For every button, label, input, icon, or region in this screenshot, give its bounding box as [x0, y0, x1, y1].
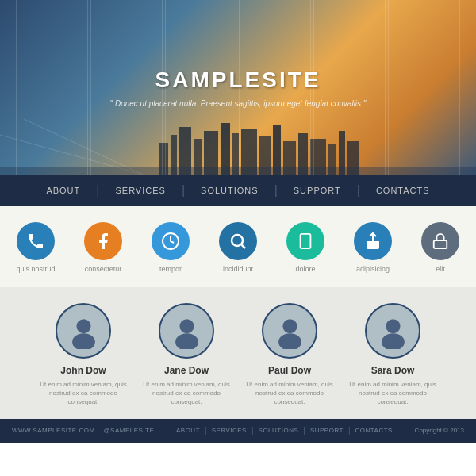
member-name-1: Jane Dow: [164, 365, 209, 376]
svg-line-21: [242, 245, 245, 248]
service-icon-mobile: [286, 222, 324, 260]
footer-nav-services[interactable]: SERVICES: [207, 427, 251, 434]
footer-nav-solutions[interactable]: SOLUTIONS: [254, 427, 304, 434]
avatar-john: [56, 303, 111, 359]
service-label-5: adipisicing: [356, 265, 390, 273]
footer-website: WWW.SAMPLESITE.COM: [12, 427, 95, 434]
member-bio-1: Ut enim ad minim veniam, quis nostrud ex…: [143, 380, 230, 407]
footer-nav: ABOUT | SERVICES | SOLUTIONS | SUPPORT |…: [171, 426, 397, 435]
member-name-2: Paul Dow: [268, 365, 311, 376]
footer-nav-about[interactable]: ABOUT: [171, 427, 205, 434]
member-name-3: Sara Dow: [371, 365, 415, 376]
service-icon-share: [354, 222, 392, 260]
nav-about[interactable]: ABOUT: [30, 175, 96, 206]
avatar-sara: [365, 303, 420, 359]
footer-nav-contacts[interactable]: CONTACTS: [351, 427, 397, 434]
svg-point-30: [282, 319, 297, 333]
svg-point-33: [382, 333, 405, 349]
avatar-paul: [262, 303, 317, 359]
team-member-3[interactable]: Sara Dow Ut enim ad minim veniam, quis n…: [349, 303, 436, 407]
service-label-3: incididunt: [223, 265, 253, 273]
site-footer: WWW.SAMPLESITE.COM @SAMPLESITE ABOUT | S…: [0, 419, 476, 443]
svg-point-26: [76, 319, 90, 333]
svg-point-27: [72, 333, 95, 349]
svg-point-31: [278, 333, 301, 349]
svg-point-29: [175, 333, 198, 349]
service-item-4[interactable]: dolore: [278, 222, 333, 273]
nav-contacts[interactable]: CONTACTS: [360, 175, 446, 206]
service-item-6[interactable]: elit: [413, 222, 468, 273]
services-grid: quis nostrud consectetur tempor: [8, 222, 468, 273]
team-member-2[interactable]: Paul Dow Ut enim ad minim veniam, quis n…: [246, 303, 333, 407]
main-nav: ABOUT | SERVICES | SOLUTIONS | SUPPORT |…: [0, 175, 476, 206]
footer-copyright: Copyright © 2013: [415, 427, 464, 434]
nav-solutions[interactable]: SOLUTIONS: [185, 175, 274, 206]
service-item-1[interactable]: consectetur: [75, 222, 131, 273]
hero-overlay: SAMPLESITE " Donec ut placerat nulla. Pr…: [0, 0, 476, 175]
avatar-jane: [159, 303, 214, 359]
service-label-1: consectetur: [85, 265, 122, 273]
footer-nav-support[interactable]: SUPPORT: [305, 427, 348, 434]
service-label-6: elit: [436, 265, 445, 273]
service-item-2[interactable]: tempor: [143, 222, 198, 273]
svg-rect-25: [434, 240, 447, 248]
site-title: SAMPLESITE: [155, 67, 321, 93]
nav-support[interactable]: SUPPORT: [278, 175, 357, 206]
service-icon-lock: [421, 222, 459, 260]
services-section: quis nostrud consectetur tempor: [0, 206, 476, 287]
service-item-3[interactable]: incididunt: [210, 222, 266, 273]
team-member-0[interactable]: John Dow Ut enim ad minim veniam, quis n…: [40, 303, 127, 407]
member-bio-2: Ut enim ad minim veniam, quis nostrud ex…: [246, 380, 333, 407]
quote-close: ": [361, 99, 366, 108]
footer-left: WWW.SAMPLESITE.COM @SAMPLESITE: [12, 427, 154, 434]
nav-services[interactable]: SERVICES: [99, 175, 181, 206]
service-icon-book: [84, 222, 122, 260]
team-grid: John Dow Ut enim ad minim veniam, quis n…: [8, 303, 468, 407]
service-item-0[interactable]: quis nostrud: [8, 222, 63, 273]
hero-subtitle: " Donec ut placerat nulla. Praesent sagi…: [110, 99, 367, 108]
team-section: John Dow Ut enim ad minim veniam, quis n…: [0, 287, 476, 419]
svg-point-20: [232, 235, 243, 246]
service-icon-phone: [17, 222, 55, 260]
service-icon-search: [219, 222, 257, 260]
svg-point-32: [386, 319, 400, 333]
service-label-4: dolore: [295, 265, 315, 273]
footer-social: @SAMPLESITE: [103, 427, 154, 434]
member-name-0: John Dow: [60, 365, 106, 376]
member-bio-0: Ut enim ad minim veniam, quis nostrud ex…: [40, 380, 127, 407]
svg-point-28: [179, 319, 194, 333]
service-label-0: quis nostrud: [16, 265, 55, 273]
service-icon-clock: [152, 222, 190, 260]
member-bio-3: Ut enim ad minim veniam, quis nostrud ex…: [349, 380, 436, 407]
team-member-1[interactable]: Jane Dow Ut enim ad minim veniam, quis n…: [143, 303, 230, 407]
service-item-5[interactable]: adipisicing: [345, 222, 401, 273]
hero-section: SAMPLESITE " Donec ut placerat nulla. Pr…: [0, 0, 476, 175]
service-label-2: tempor: [159, 265, 182, 273]
